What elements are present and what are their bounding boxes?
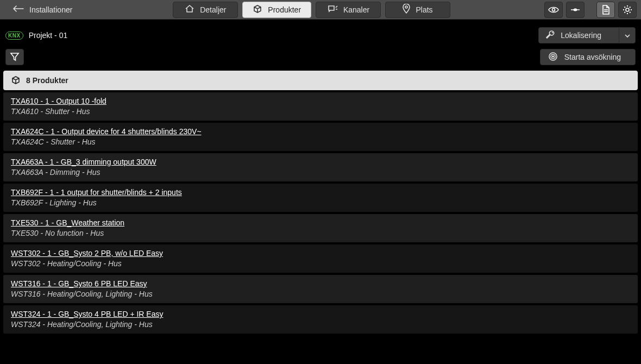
product-list: 8 Produkter TXA610 - 1 - Output 10 -fold… bbox=[0, 71, 641, 334]
localize-dropdown[interactable]: Lokalisering bbox=[538, 27, 636, 43]
scan-label: Starta avsökning bbox=[564, 53, 621, 61]
tab-channels[interactable]: Kanaler bbox=[316, 2, 381, 18]
pin-icon bbox=[403, 4, 410, 15]
product-subtitle: WST316 - Heating/Cooling, Lighting - Hus bbox=[11, 290, 630, 298]
product-list-header: 8 Produkter bbox=[3, 71, 638, 90]
action-row: Starta avsökning bbox=[0, 49, 641, 71]
product-title: WST324 - 1 - GB_Systo 4 PB LED + IR Easy bbox=[11, 310, 630, 318]
product-subtitle: TXA663A - Dimming - Hus bbox=[11, 168, 630, 177]
wrench-icon bbox=[545, 30, 555, 41]
product-title: TXE530 - 1 - GB_Weather station bbox=[11, 218, 630, 227]
top-navbar: Installationer Detaljer Produkter Kanale… bbox=[0, 0, 641, 20]
tab-details[interactable]: Detaljer bbox=[173, 2, 238, 18]
tab-label: Plats bbox=[416, 5, 432, 14]
product-row[interactable]: TXE530 - 1 - GB_Weather stationTXE530 - … bbox=[3, 214, 638, 242]
back-arrow-icon bbox=[12, 5, 24, 14]
product-title: WST302 - 1 - GB_Systo 2 PB, w/o LED Easy bbox=[11, 249, 630, 258]
product-row[interactable]: TXA663A - 1 - GB_3 dimming output 300WTX… bbox=[3, 153, 638, 181]
product-title: WST316 - 1 - GB_Systo 6 PB LED Easy bbox=[11, 279, 630, 288]
product-subtitle: WST302 - Heating/Cooling - Hus bbox=[11, 259, 630, 268]
product-subtitle: TXE530 - No function - Hus bbox=[11, 229, 630, 237]
product-subtitle: TXA624C - Shutter - Hus bbox=[11, 137, 630, 146]
caret-down-icon bbox=[625, 31, 630, 40]
project-title: Projekt - 01 bbox=[29, 31, 68, 40]
link-button[interactable] bbox=[566, 2, 585, 18]
house-icon bbox=[185, 4, 194, 15]
gear-icon bbox=[623, 5, 632, 15]
product-title: TXA624C - 1 - Output device for 4 shutte… bbox=[11, 127, 630, 136]
svg-point-1 bbox=[552, 8, 555, 11]
eye-icon bbox=[548, 6, 559, 14]
product-row[interactable]: TXA610 - 1 - Output 10 -foldTXA610 - Shu… bbox=[3, 92, 638, 121]
svg-point-3 bbox=[626, 8, 629, 11]
radar-icon bbox=[548, 52, 558, 63]
svg-point-2 bbox=[574, 8, 577, 11]
product-row[interactable]: WST316 - 1 - GB_Systo 6 PB LED EasyWST31… bbox=[3, 275, 638, 303]
back-button[interactable]: Installationer bbox=[5, 2, 79, 18]
document-icon bbox=[601, 5, 610, 15]
list-header-text: 8 Produkter bbox=[26, 76, 68, 85]
product-row[interactable]: TXB692F - 1 - 1 output for shutter/blind… bbox=[3, 184, 638, 212]
filter-icon bbox=[10, 52, 20, 63]
start-scan-button[interactable]: Starta avsökning bbox=[540, 49, 636, 65]
tab-label: Detaljer bbox=[200, 5, 226, 14]
product-title: TXA610 - 1 - Output 10 -fold bbox=[11, 97, 630, 105]
product-row[interactable]: WST302 - 1 - GB_Systo 2 PB, w/o LED Easy… bbox=[3, 244, 638, 273]
product-subtitle: WST324 - Heating/Cooling, Lighting - Hus bbox=[11, 320, 630, 329]
product-row[interactable]: WST324 - 1 - GB_Systo 4 PB LED + IR Easy… bbox=[3, 305, 638, 334]
tab-label: Kanaler bbox=[343, 5, 369, 14]
tab-location[interactable]: Plats bbox=[385, 2, 450, 18]
svg-point-0 bbox=[405, 6, 407, 8]
tab-label: Produkter bbox=[268, 5, 301, 14]
visibility-button[interactable] bbox=[544, 2, 563, 18]
settings-button[interactable] bbox=[618, 2, 637, 18]
filter-button[interactable] bbox=[5, 49, 24, 65]
svg-point-6 bbox=[552, 55, 554, 57]
plug-icon bbox=[570, 7, 581, 12]
project-row: KNX Projekt - 01 Lokalisering bbox=[0, 20, 641, 49]
back-label: Installationer bbox=[29, 5, 72, 14]
localize-label: Lokalisering bbox=[561, 31, 601, 40]
channels-icon bbox=[327, 4, 338, 15]
knx-badge: KNX bbox=[5, 32, 23, 40]
box-icon bbox=[11, 76, 21, 86]
tab-products[interactable]: Produkter bbox=[242, 2, 311, 18]
document-button[interactable] bbox=[596, 2, 615, 18]
product-row[interactable]: TXA624C - 1 - Output device for 4 shutte… bbox=[3, 123, 638, 151]
product-title: TXA663A - 1 - GB_3 dimming output 300W bbox=[11, 158, 630, 166]
product-subtitle: TXB692F - Lighting - Hus bbox=[11, 198, 630, 207]
product-title: TXB692F - 1 - 1 output for shutter/blind… bbox=[11, 188, 630, 197]
dropdown-caret[interactable] bbox=[619, 28, 635, 43]
box-icon bbox=[253, 4, 262, 15]
product-subtitle: TXA610 - Shutter - Hus bbox=[11, 107, 630, 116]
